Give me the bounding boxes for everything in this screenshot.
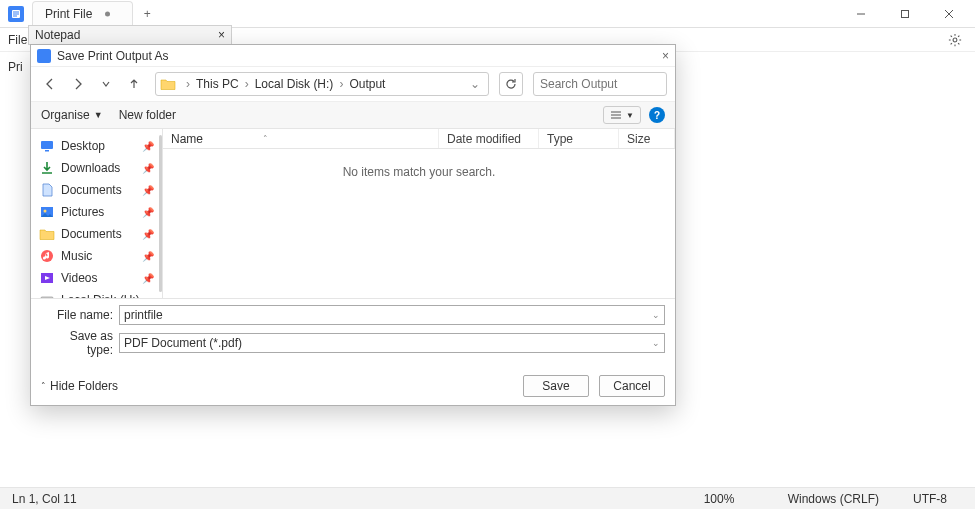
maximize-button[interactable] (883, 0, 927, 28)
pin-icon: 📌 (142, 163, 154, 174)
pin-icon: 📌 (142, 229, 154, 240)
hide-folders-button[interactable]: ˄Hide Folders (41, 379, 118, 393)
help-button[interactable]: ? (649, 107, 665, 123)
search-input[interactable] (540, 77, 690, 91)
address-dropdown-icon[interactable]: ⌄ (466, 77, 484, 91)
status-encoding[interactable]: UTF-8 (913, 492, 963, 506)
desktop-icon (39, 138, 55, 154)
sidebar-item-downloads[interactable]: Downloads📌 (33, 157, 160, 179)
refresh-button[interactable] (499, 72, 523, 96)
svg-point-25 (44, 210, 47, 213)
new-folder-button[interactable]: New folder (119, 108, 176, 122)
save-button[interactable]: Save (523, 375, 589, 397)
svg-rect-23 (45, 150, 49, 152)
folder-icon (160, 76, 176, 92)
svg-line-13 (951, 35, 952, 36)
forward-button[interactable] (67, 73, 89, 95)
savetype-label: Save as type: (41, 329, 119, 357)
filename-input[interactable] (124, 308, 652, 322)
pin-icon: 📌 (142, 273, 154, 284)
statusbar: Ln 1, Col 11 100% Windows (CRLF) UTF-8 (0, 487, 975, 509)
sidebar-item-local-disk[interactable]: Local Disk (H:) (33, 289, 160, 298)
breadcrumb-output[interactable]: Output (347, 77, 387, 91)
column-name[interactable]: Name˄ (163, 129, 439, 148)
dialog-titlebar: Save Print Output As × (31, 45, 675, 67)
editor-visible-text: Pri (8, 60, 23, 74)
pin-icon: 📌 (142, 251, 154, 262)
filename-field[interactable]: ⌄ (119, 305, 665, 325)
breadcrumb-local-disk[interactable]: Local Disk (H:) (253, 77, 336, 91)
sidebar-item-desktop[interactable]: Desktop📌 (33, 135, 160, 157)
status-position: Ln 1, Col 11 (12, 492, 77, 506)
chevron-right-icon[interactable]: › (182, 77, 194, 91)
music-icon (39, 248, 55, 264)
svg-rect-3 (13, 15, 17, 16)
unsaved-dot-icon (105, 12, 110, 17)
pin-icon: 📌 (142, 141, 154, 152)
dialog-nav: › This PC › Local Disk (H:) › Output ⌄ (31, 67, 675, 101)
svg-rect-28 (41, 297, 53, 298)
organise-button[interactable]: Organise ▼ (41, 108, 103, 122)
pin-icon: 📌 (142, 185, 154, 196)
chevron-down-icon[interactable]: ⌄ (652, 310, 660, 320)
filename-label: File name: (41, 308, 119, 322)
dialog-close-button[interactable]: × (662, 49, 669, 63)
tab-printfile[interactable]: Print File (32, 1, 133, 26)
sort-asc-icon: ˄ (263, 134, 268, 144)
status-eol[interactable]: Windows (CRLF) (788, 492, 879, 506)
address-bar[interactable]: › This PC › Local Disk (H:) › Output ⌄ (155, 72, 489, 96)
back-button[interactable] (39, 73, 61, 95)
download-icon (39, 160, 55, 176)
svg-rect-2 (13, 13, 19, 14)
chevron-right-icon[interactable]: › (335, 77, 347, 91)
up-button[interactable] (123, 73, 145, 95)
recent-locations-button[interactable] (95, 73, 117, 95)
pin-icon: 📌 (142, 207, 154, 218)
sidebar-item-documents[interactable]: Documents📌 (33, 179, 160, 201)
app-icon (8, 6, 24, 22)
window-controls (839, 0, 971, 28)
savetype-field[interactable]: PDF Document (*.pdf)⌄ (119, 333, 665, 353)
savetype-value: PDF Document (*.pdf) (124, 336, 652, 350)
document-icon (39, 182, 55, 198)
cancel-button[interactable]: Cancel (599, 375, 665, 397)
save-dialog: Save Print Output As × › This PC › Local… (30, 44, 676, 406)
dialog-title: Save Print Output As (57, 49, 168, 63)
sidebar: Desktop📌 Downloads📌 Documents📌 Pictures📌… (31, 129, 163, 298)
titlebar: Print File + (0, 0, 975, 28)
notepad-label: Notepad (35, 28, 80, 42)
view-options-button[interactable]: ▼ (603, 106, 641, 124)
file-pane: Name˄ Date modified Type Size No items m… (163, 129, 675, 298)
add-tab-button[interactable]: + (137, 4, 157, 24)
sidebar-item-pictures[interactable]: Pictures📌 (33, 201, 160, 223)
sidebar-item-music[interactable]: Music📌 (33, 245, 160, 267)
background-notepad-tab[interactable]: Notepad × (28, 25, 232, 45)
sidebar-scrollbar[interactable] (159, 135, 162, 292)
status-zoom[interactable]: 100% (704, 492, 754, 506)
chevron-down-icon: ▼ (626, 111, 634, 120)
column-type[interactable]: Type (539, 129, 619, 148)
dialog-toolbar: Organise ▼ New folder ▼ ? (31, 101, 675, 129)
column-date[interactable]: Date modified (439, 129, 539, 148)
breadcrumb-this-pc[interactable]: This PC (194, 77, 241, 91)
dialog-icon (37, 49, 51, 63)
menu-file[interactable]: File (8, 33, 27, 47)
close-icon[interactable]: × (218, 28, 225, 42)
search-box[interactable] (533, 72, 667, 96)
sidebar-item-documents-folder[interactable]: Documents📌 (33, 223, 160, 245)
close-button[interactable] (927, 0, 971, 28)
minimize-button[interactable] (839, 0, 883, 28)
tab-title: Print File (45, 7, 92, 21)
column-size[interactable]: Size (619, 129, 675, 148)
chevron-right-icon[interactable]: › (241, 77, 253, 91)
svg-line-16 (958, 35, 959, 36)
dialog-main: Desktop📌 Downloads📌 Documents📌 Pictures📌… (31, 129, 675, 298)
svg-rect-5 (902, 10, 909, 17)
chevron-down-icon[interactable]: ⌄ (652, 338, 660, 348)
settings-button[interactable] (943, 28, 967, 52)
pictures-icon (39, 204, 55, 220)
svg-rect-22 (41, 141, 53, 149)
sidebar-item-videos[interactable]: Videos📌 (33, 267, 160, 289)
column-headers: Name˄ Date modified Type Size (163, 129, 675, 149)
folder-icon (39, 226, 55, 242)
